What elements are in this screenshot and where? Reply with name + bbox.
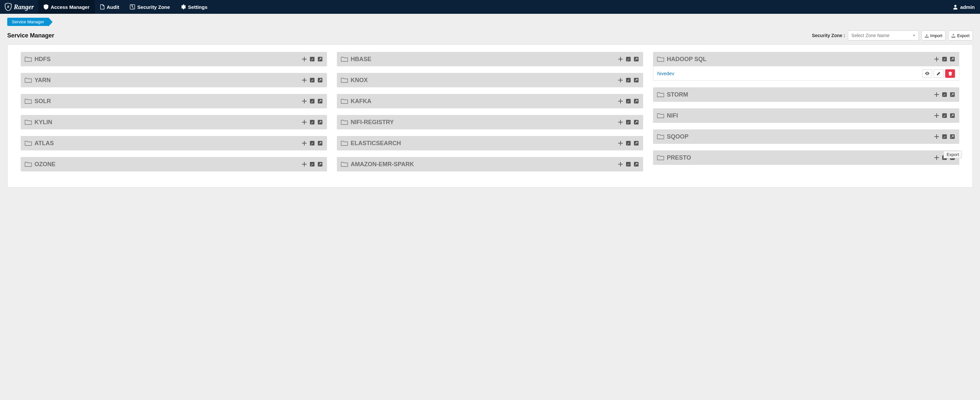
export-service-icon[interactable] bbox=[950, 92, 955, 98]
export-service-icon[interactable] bbox=[950, 134, 955, 140]
service-instance-link[interactable]: hivedev bbox=[657, 71, 675, 76]
add-service-icon[interactable] bbox=[301, 98, 307, 104]
folder-icon bbox=[657, 155, 664, 160]
nav-settings[interactable]: Settings bbox=[175, 0, 213, 14]
edit-instance-button[interactable] bbox=[934, 69, 943, 78]
export-service-icon[interactable] bbox=[950, 56, 955, 62]
service-block: KAFKA bbox=[337, 94, 643, 108]
export-service-icon[interactable] bbox=[633, 77, 639, 83]
add-service-icon[interactable] bbox=[934, 92, 940, 98]
add-service-icon[interactable] bbox=[617, 161, 624, 167]
edit-service-icon[interactable] bbox=[309, 119, 315, 125]
edit-service-icon[interactable] bbox=[942, 134, 947, 140]
svg-text:R: R bbox=[7, 5, 9, 8]
import-button[interactable]: Import bbox=[921, 30, 946, 40]
service-block: SOLR bbox=[21, 94, 327, 108]
edit-service-icon[interactable] bbox=[625, 98, 631, 104]
export-service-icon[interactable] bbox=[317, 161, 323, 167]
view-instance-button[interactable] bbox=[922, 69, 932, 78]
edit-service-icon[interactable] bbox=[942, 113, 947, 119]
service-header: ATLAS bbox=[21, 136, 327, 151]
service-header: NIFI-REGISTRY bbox=[337, 115, 643, 129]
export-service-icon[interactable] bbox=[950, 113, 955, 119]
add-service-icon[interactable] bbox=[934, 56, 940, 62]
edit-service-icon[interactable] bbox=[309, 77, 315, 83]
service-block: HADOOP SQLhivedev bbox=[653, 52, 959, 81]
breadcrumb-chip[interactable]: Service Manager bbox=[7, 18, 49, 26]
service-name: NIFI bbox=[667, 112, 934, 119]
add-service-icon[interactable] bbox=[301, 161, 307, 167]
service-name: KNOX bbox=[351, 77, 617, 84]
service-name: OZONE bbox=[35, 161, 301, 168]
add-service-icon[interactable] bbox=[934, 155, 940, 160]
export-service-icon[interactable] bbox=[317, 56, 323, 62]
brand[interactable]: R Ranger bbox=[0, 0, 38, 14]
nav-access-manager[interactable]: Access Manager bbox=[38, 0, 95, 14]
nav-label: Settings bbox=[188, 4, 207, 10]
add-service-icon[interactable] bbox=[617, 77, 624, 83]
add-service-icon[interactable] bbox=[301, 140, 307, 146]
service-block: PRESTO bbox=[653, 151, 959, 165]
zone-label: Security Zone : bbox=[812, 33, 845, 38]
export-service-icon[interactable] bbox=[317, 119, 323, 125]
export-service-icon[interactable] bbox=[633, 119, 639, 125]
service-header: KAFKA bbox=[337, 94, 643, 108]
edit-service-icon[interactable] bbox=[625, 140, 631, 146]
folder-icon bbox=[341, 98, 348, 104]
edit-service-icon[interactable] bbox=[309, 56, 315, 62]
export-service-icon[interactable] bbox=[317, 98, 323, 104]
service-block: SQOOP bbox=[653, 129, 959, 144]
export-service-icon[interactable] bbox=[317, 140, 323, 146]
service-name: KYLIN bbox=[35, 119, 301, 126]
service-header: PRESTO bbox=[653, 151, 959, 165]
add-service-icon[interactable] bbox=[301, 77, 307, 83]
edit-service-icon[interactable] bbox=[625, 56, 631, 62]
edit-service-icon[interactable] bbox=[309, 140, 315, 146]
user-icon bbox=[953, 4, 958, 10]
edit-service-icon[interactable] bbox=[625, 161, 631, 167]
main-panel: HDFSYARNSOLRKYLINATLASOZONEHBASEKNOXKAFK… bbox=[7, 44, 973, 187]
add-service-icon[interactable] bbox=[617, 98, 624, 104]
folder-icon bbox=[25, 56, 32, 62]
edit-service-icon[interactable] bbox=[625, 77, 631, 83]
nav-audit[interactable]: Audit bbox=[95, 0, 124, 14]
nav-user[interactable]: admin bbox=[947, 0, 980, 14]
add-service-icon[interactable] bbox=[934, 134, 940, 140]
export-button[interactable]: Export bbox=[948, 30, 973, 40]
zone-select[interactable] bbox=[848, 30, 919, 40]
svg-point-29 bbox=[927, 73, 928, 74]
edit-service-icon[interactable] bbox=[309, 98, 315, 104]
add-service-icon[interactable] bbox=[934, 113, 940, 119]
export-service-icon[interactable] bbox=[633, 56, 639, 62]
service-block: KYLIN bbox=[21, 115, 327, 129]
service-name: KAFKA bbox=[351, 98, 617, 105]
add-service-icon[interactable] bbox=[617, 140, 624, 146]
shield-icon bbox=[44, 4, 48, 10]
service-block: STORM bbox=[653, 87, 959, 102]
service-column: HDFSYARNSOLRKYLINATLASOZONE bbox=[21, 52, 327, 171]
edit-service-icon[interactable] bbox=[625, 119, 631, 125]
brand-text: Ranger bbox=[14, 3, 34, 11]
folder-icon bbox=[657, 92, 664, 98]
add-service-icon[interactable] bbox=[617, 119, 624, 125]
add-service-icon[interactable] bbox=[617, 56, 624, 62]
nav-label: Access Manager bbox=[51, 4, 89, 10]
service-name: ELASTICSEARCH bbox=[351, 140, 617, 147]
service-block: YARN bbox=[21, 73, 327, 87]
folder-icon bbox=[25, 161, 32, 167]
export-service-icon[interactable] bbox=[633, 140, 639, 146]
export-service-icon[interactable] bbox=[633, 161, 639, 167]
nav-security-zone[interactable]: Security Zone bbox=[124, 0, 175, 14]
add-service-icon[interactable] bbox=[301, 119, 307, 125]
edit-service-icon[interactable] bbox=[309, 161, 315, 167]
nav-label: Security Zone bbox=[137, 4, 170, 10]
delete-instance-button[interactable] bbox=[945, 69, 955, 78]
add-service-icon[interactable] bbox=[301, 56, 307, 62]
edit-service-icon[interactable] bbox=[942, 92, 947, 98]
export-service-icon[interactable] bbox=[633, 98, 639, 104]
svg-point-2 bbox=[955, 5, 956, 7]
service-header: ELASTICSEARCH bbox=[337, 136, 643, 151]
export-service-icon[interactable] bbox=[317, 77, 323, 83]
service-column: HBASEKNOXKAFKANIFI-REGISTRYELASTICSEARCH… bbox=[337, 52, 643, 171]
edit-service-icon[interactable] bbox=[942, 56, 947, 62]
